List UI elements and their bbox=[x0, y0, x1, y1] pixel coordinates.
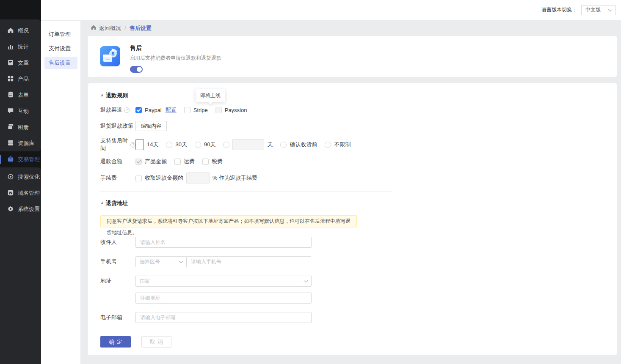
sidebar-item-trade-management[interactable]: 交易管理 bbox=[0, 151, 41, 167]
main-sidebar: 概况 统计 文章 产品 表单 互动 图册 资源库 bbox=[0, 0, 41, 364]
custom-days-input[interactable] bbox=[232, 139, 264, 150]
sidebar-item-gallery[interactable]: 图册 bbox=[0, 119, 41, 135]
home-icon bbox=[91, 25, 97, 32]
time-option-before-receipt: 确认收货前 bbox=[280, 141, 317, 148]
submenu-item-payment-settings[interactable]: 支付设置 bbox=[44, 42, 77, 55]
sidebar-item-domain[interactable]: 域名管理 bbox=[0, 185, 41, 201]
form-actions-row: 确定 取消 bbox=[100, 336, 617, 348]
sidebar-item-label: 资源库 bbox=[18, 140, 34, 147]
help-icon[interactable]: ? bbox=[124, 107, 130, 113]
unlimited-label: 不限制 bbox=[334, 141, 351, 148]
svg-text:$: $ bbox=[112, 51, 114, 56]
phone-input[interactable] bbox=[186, 256, 311, 267]
detail-address-input[interactable] bbox=[135, 293, 312, 304]
submenu-item-aftersale-settings[interactable]: 售后设置 bbox=[44, 57, 77, 69]
sidebar-item-label: 表单 bbox=[18, 91, 29, 99]
radio-30days[interactable] bbox=[166, 142, 172, 148]
breadcrumb-current: 售后设置 bbox=[130, 25, 152, 32]
aftersale-header-text: 售后 启用后支持消费者申请仅退款和退货退款 bbox=[130, 44, 221, 73]
recipient-row: 收件人 bbox=[100, 237, 617, 248]
radio-90days[interactable] bbox=[195, 142, 201, 148]
breadcrumb-back[interactable]: 返回概况 bbox=[91, 25, 121, 32]
sidebar-item-label: 搜索优化 bbox=[18, 173, 40, 181]
chevron-down-icon bbox=[608, 7, 613, 11]
stripe-checkbox[interactable] bbox=[184, 107, 190, 113]
amount-option-product: 产品金额 bbox=[135, 158, 167, 165]
sidebar-item-settings[interactable]: 系统设置 bbox=[0, 201, 41, 217]
area-code-select[interactable]: 选择区号 bbox=[135, 256, 187, 267]
refund-amount-row: 退款金额 产品金额 运费 税费 bbox=[100, 157, 617, 166]
channel-option-paypal: Paypal 配置 bbox=[135, 106, 177, 114]
active-indicator-bar bbox=[0, 155, 1, 164]
aftersale-time-row: 支持售后时间 ? 14天 30天 90天 天 确认收货前 bbox=[100, 139, 617, 150]
radio-before-receipt[interactable] bbox=[280, 142, 287, 148]
refund-policy-row: 退货退款政策 编辑内容 bbox=[100, 121, 617, 131]
shipping-checkbox[interactable] bbox=[174, 159, 181, 165]
article-icon bbox=[7, 59, 14, 67]
handling-fee-label: 手续费 bbox=[100, 174, 135, 182]
content-area: 返回概况 / 售后设置 $ 售后 启用后支持消费者申请仅退款和退货退款 bbox=[80, 20, 621, 364]
submenu-item-order-management[interactable]: 订单管理 bbox=[44, 28, 77, 41]
sidebar-item-products[interactable]: 产品 bbox=[0, 71, 41, 87]
cancel-button[interactable]: 取消 bbox=[141, 336, 171, 348]
sidebar-group-top: 概况 统计 文章 产品 表单 互动 图册 资源库 bbox=[0, 19, 41, 151]
refund-channel-label: 退款渠道 ? bbox=[100, 106, 135, 114]
time-option-custom: 天 bbox=[223, 139, 273, 150]
secondary-sidebar: 订单管理 支付设置 售后设置 bbox=[41, 21, 80, 364]
edit-policy-button[interactable]: 编辑内容 bbox=[135, 121, 167, 131]
sidebar-item-forms[interactable]: 表单 bbox=[0, 87, 41, 103]
time-30days-label: 30天 bbox=[175, 141, 187, 148]
help-icon[interactable]: ? bbox=[130, 142, 135, 148]
refund-amount-label: 退款金额 bbox=[100, 158, 135, 165]
email-input[interactable] bbox=[135, 312, 312, 323]
sidebar-item-interaction[interactable]: 互动 bbox=[0, 103, 41, 119]
handling-fee-row: 手续费 收取退款金额的 % 作为退款手续费 bbox=[100, 172, 617, 183]
country-select[interactable]: 国家 bbox=[135, 276, 312, 287]
payssion-checkbox[interactable] bbox=[215, 107, 222, 113]
tax-checkbox[interactable] bbox=[202, 159, 209, 165]
aftersale-refund-icon: $ bbox=[100, 46, 120, 66]
sidebar-item-overview[interactable]: 概况 bbox=[0, 23, 41, 39]
payssion-label: Payssion bbox=[225, 107, 247, 113]
tax-label: 税费 bbox=[212, 158, 223, 165]
before-receipt-label: 确认收货前 bbox=[290, 141, 317, 148]
sidebar-item-stats[interactable]: 统计 bbox=[0, 39, 41, 55]
return-address-section-title: 退货地址 bbox=[106, 200, 128, 207]
fee-option: 收取退款金额的 % 作为退款手续费 bbox=[135, 172, 257, 183]
return-address-section-header[interactable]: 退货地址 bbox=[100, 200, 617, 207]
recipient-input[interactable] bbox=[135, 237, 312, 248]
aftersale-time-label-text: 支持售后时间 bbox=[100, 137, 129, 152]
radio-14days[interactable] bbox=[135, 139, 144, 150]
fee-percent-input[interactable] bbox=[186, 172, 210, 183]
radio-custom-days[interactable] bbox=[223, 142, 229, 148]
aftersale-header-card: $ 售后 启用后支持消费者申请仅退款和退货退款 bbox=[88, 36, 617, 77]
language-select[interactable]: 中文版 bbox=[581, 5, 616, 15]
fee-checkbox[interactable] bbox=[135, 175, 142, 181]
radio-unlimited[interactable] bbox=[325, 142, 331, 148]
sidebar-item-resources[interactable]: 资源库 bbox=[0, 135, 41, 151]
paypal-label: Paypal bbox=[145, 107, 162, 113]
time-option-30days: 30天 bbox=[166, 141, 187, 148]
gear-icon bbox=[7, 205, 14, 213]
fee-suffix-text: % 作为退款手续费 bbox=[213, 174, 257, 182]
aftersale-toggle[interactable] bbox=[130, 66, 143, 73]
sidebar-item-articles[interactable]: 文章 bbox=[0, 55, 41, 71]
country-placeholder: 国家 bbox=[140, 278, 150, 285]
channel-option-stripe: Stripe bbox=[184, 107, 208, 113]
paypal-config-link[interactable]: 配置 bbox=[166, 106, 177, 114]
custom-days-suffix: 天 bbox=[267, 141, 273, 148]
address-label: 地址 bbox=[100, 277, 135, 285]
detail-address-row bbox=[100, 293, 617, 304]
time-option-unlimited: 不限制 bbox=[325, 141, 351, 148]
domain-icon bbox=[7, 189, 14, 197]
confirm-button[interactable]: 确定 bbox=[100, 336, 131, 348]
refund-rules-section-header[interactable]: 退款规则 bbox=[100, 83, 617, 99]
breadcrumb-back-label: 返回概况 bbox=[99, 25, 121, 32]
product-amount-checkbox[interactable] bbox=[135, 159, 142, 165]
breadcrumb: 返回概况 / 售后设置 bbox=[80, 20, 621, 36]
coming-soon-tooltip: 即将上线 bbox=[196, 89, 225, 102]
sidebar-item-seo[interactable]: 搜索优化 bbox=[0, 169, 41, 185]
paypal-checkbox[interactable] bbox=[135, 107, 142, 113]
sidebar-item-label: 文章 bbox=[18, 59, 29, 67]
sidebar-item-label: 概况 bbox=[18, 27, 29, 35]
